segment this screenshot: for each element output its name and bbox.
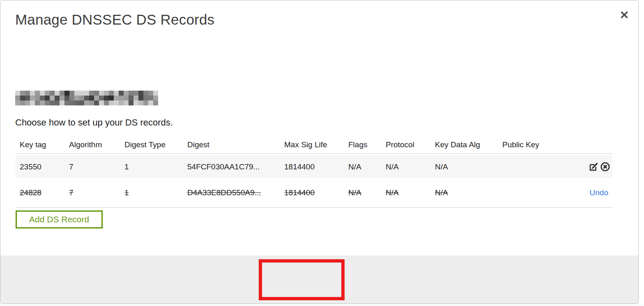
ds-records-table: Key tag Algorithm Digest Type Digest Max… bbox=[16, 136, 612, 208]
close-icon[interactable]: ✕ bbox=[617, 8, 632, 23]
cell-digest: 54FCF030AA1C79... bbox=[187, 162, 284, 171]
add-ds-record-button[interactable]: Add DS Record bbox=[16, 210, 103, 228]
intro-text: Choose how to set up your DS records. bbox=[15, 117, 173, 128]
col-header-key-tag: Key tag bbox=[16, 140, 69, 149]
page-title: Manage DNSSEC DS Records bbox=[15, 11, 214, 28]
delete-record-icon[interactable] bbox=[599, 161, 611, 173]
col-header-public-key: Public Key bbox=[502, 140, 564, 149]
col-header-digest: Digest bbox=[187, 140, 284, 149]
col-header-key-data-alg: Key Data Alg bbox=[435, 140, 502, 149]
cell-key-tag: 24828 bbox=[16, 188, 69, 197]
cell-key-data-alg: N/A bbox=[435, 188, 502, 197]
cell-digest: D4A33E8DD550A9... bbox=[187, 188, 284, 197]
cell-protocol: N/A bbox=[386, 188, 435, 197]
cell-digest-type: 1 bbox=[124, 188, 187, 197]
table-header-row: Key tag Algorithm Digest Type Digest Max… bbox=[16, 136, 612, 154]
row-actions bbox=[564, 161, 612, 173]
cell-algorithm: 7 bbox=[69, 162, 124, 171]
modal-footer: Save Cancel bbox=[0, 256, 638, 304]
cell-flags: N/A bbox=[348, 162, 386, 171]
edit-record-icon[interactable] bbox=[588, 161, 599, 173]
manage-dnssec-modal: Manage DNSSEC DS Records ✕ Choose how to… bbox=[0, 0, 639, 304]
redacted-domain bbox=[15, 91, 158, 105]
table-row: 23550 7 1 54FCF030AA1C79... 1814400 N/A … bbox=[16, 155, 612, 178]
undo-link[interactable]: Undo bbox=[590, 188, 608, 197]
row-actions: Undo bbox=[564, 188, 612, 197]
col-header-protocol: Protocol bbox=[386, 140, 435, 149]
cell-digest-type: 1 bbox=[124, 162, 187, 171]
col-header-max-sig-life: Max Sig Life bbox=[284, 140, 348, 149]
cell-key-data-alg: N/A bbox=[435, 162, 502, 171]
cell-algorithm: 7 bbox=[69, 188, 124, 197]
table-row-deleted: 24828 7 1 D4A33E8DD550A9... 1814400 N/A … bbox=[16, 178, 612, 208]
col-header-flags: Flags bbox=[348, 140, 386, 149]
cell-flags: N/A bbox=[348, 188, 386, 197]
cell-max-sig-life: 1814400 bbox=[284, 162, 348, 171]
cell-protocol: N/A bbox=[386, 162, 435, 171]
cell-key-tag: 23550 bbox=[16, 162, 69, 171]
col-header-digest-type: Digest Type bbox=[124, 140, 187, 149]
col-header-algorithm: Algorithm bbox=[69, 140, 124, 149]
cell-max-sig-life: 1814400 bbox=[284, 188, 348, 197]
